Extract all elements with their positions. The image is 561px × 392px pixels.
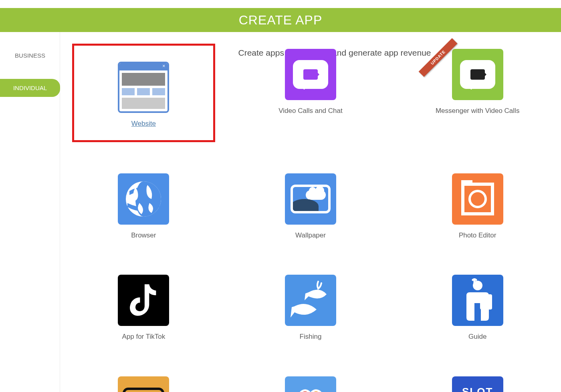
photo-editor-icon — [452, 173, 503, 225]
app-label: Guide — [409, 332, 546, 342]
app-label: App for TikTok — [75, 332, 212, 342]
globe-icon — [118, 173, 169, 225]
sidebar: BUSINESS INDIVIDUAL — [0, 32, 60, 392]
app-card-slot-machine[interactable]: SLOT 7 7 7 Slot machine — [406, 373, 549, 392]
slot-machine-icon: SLOT 7 7 7 — [452, 376, 503, 392]
app-label: Website — [77, 119, 210, 129]
fishing-icon — [285, 275, 336, 326]
app-label: Wallpaper — [242, 230, 379, 241]
app-card-tiktok[interactable]: App for TikTok — [72, 271, 215, 345]
keyboard-icon — [118, 376, 169, 392]
likee-icon — [285, 376, 336, 392]
app-card-guide[interactable]: Guide — [406, 271, 549, 345]
app-card-likee[interactable]: App for Likee — [239, 373, 382, 392]
tiktok-icon — [118, 275, 169, 326]
guide-icon — [452, 275, 503, 326]
app-label: Fishing — [242, 332, 379, 342]
sidebar-item-business[interactable]: BUSINESS — [0, 46, 60, 64]
content-area: Create apps to monetize and generate app… — [60, 32, 561, 392]
messenger-icon — [452, 49, 503, 100]
app-label: Video Calls and Chat — [242, 106, 379, 116]
app-card-photo-editor[interactable]: Photo Editor — [406, 170, 549, 244]
app-label: Messenger with Video Calls — [409, 106, 546, 116]
app-card-video-calls[interactable]: Video Calls and Chat — [239, 46, 382, 142]
page-header: CREATE APP — [0, 8, 561, 32]
app-card-wallpaper[interactable]: Wallpaper — [239, 170, 382, 244]
app-label: Photo Editor — [409, 230, 546, 241]
app-card-website[interactable]: Website — [72, 44, 215, 142]
sidebar-item-individual[interactable]: INDIVIDUAL — [0, 79, 60, 97]
sidebar-item-label: INDIVIDUAL — [13, 84, 47, 91]
wallpaper-icon — [285, 173, 336, 225]
app-card-messenger[interactable]: UPDATE Messenger with Video Calls — [406, 46, 549, 142]
app-grid: Website Video Calls and Chat UPDATE Mess… — [72, 46, 549, 392]
app-card-fishing[interactable]: Fishing — [239, 271, 382, 345]
top-spacer — [0, 0, 561, 8]
app-card-browser[interactable]: Browser — [72, 170, 215, 244]
app-label: Browser — [75, 230, 212, 241]
app-card-photo-keyboard[interactable]: Photo Keyboard — [72, 373, 215, 392]
page-title: CREATE APP — [239, 13, 323, 28]
sidebar-item-label: BUSINESS — [15, 52, 45, 59]
video-call-icon — [285, 49, 336, 100]
website-icon — [118, 62, 169, 113]
